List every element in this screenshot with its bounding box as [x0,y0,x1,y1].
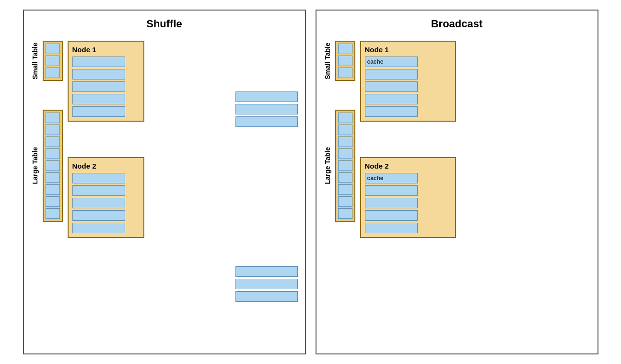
bc-small-table-group: Small Table [324,41,355,81]
node-row [72,94,125,104]
output-row [235,279,298,289]
shuffle-title: Shuffle [31,18,298,30]
shuffle-node2-rows [72,173,140,233]
shuffle-node2-title: Node 2 [72,162,140,170]
table-row [338,196,352,207]
table-row [46,208,60,219]
table-row [338,136,352,147]
bc-node2-title: Node 2 [365,162,451,170]
node-row [72,210,125,221]
node-row [365,81,418,92]
bc-node2-rows: cache [365,173,451,233]
cache-item-node1: cache [365,57,418,67]
table-row [46,196,60,207]
table-row [46,56,60,66]
node-row [72,198,125,208]
small-table-group: Small Table [31,41,63,81]
table-row [338,125,352,135]
bc-node1-title: Node 1 [365,46,451,54]
shuffle-diagram: Shuffle Small Table Large Table [23,10,306,354]
cache-item-node2: cache [365,173,418,183]
node-row [365,210,418,221]
node-row [72,57,125,67]
table-row [338,148,352,159]
table-row [338,44,352,54]
table-row [46,148,60,159]
node-row [365,106,418,117]
node-row [365,198,418,208]
table-row [46,172,60,183]
table-row [338,56,352,66]
node-row [72,106,125,117]
table-row [338,208,352,219]
table-row [46,184,60,195]
output-group-2 [235,266,298,302]
table-row [46,44,60,54]
output-row [235,91,298,102]
node-row [365,185,418,196]
bc-large-table-group: Large Table [324,110,355,222]
table-row [46,113,60,123]
table-row [338,184,352,195]
output-row [235,104,298,114]
node-row [365,223,418,233]
large-table-stack [43,110,63,222]
node-row [72,173,125,183]
bc-large-table-label: Large Table [324,147,331,184]
bc-small-table-label: Small Table [324,43,331,80]
node-row [72,69,125,80]
large-table-group: Large Table [31,110,63,222]
output-group-1 [235,91,298,127]
node-row [365,94,418,104]
broadcast-title: Broadcast [324,18,590,30]
small-table-stack [43,41,63,81]
table-row [46,136,60,147]
bc-large-table-stack [335,110,355,222]
output-row [235,291,298,302]
table-row [46,160,60,171]
broadcast-diagram: Broadcast Small Table Large Table [316,10,598,354]
table-row [338,160,352,171]
shuffle-node1-rows [72,57,140,117]
large-table-label: Large Table [31,147,39,184]
bc-node2: Node 2 cache [360,157,456,238]
table-row [338,172,352,183]
node-row [365,69,418,80]
shuffle-node1-title: Node 1 [72,46,140,54]
bc-node1: Node 1 cache [360,41,456,122]
shuffle-node1: Node 1 [68,41,144,122]
node-row [72,223,125,233]
output-row [235,266,298,277]
small-table-label: Small Table [31,43,39,80]
shuffle-node2: Node 2 [68,157,144,238]
bc-node1-rows: cache [365,57,451,117]
node-row [72,185,125,196]
table-row [46,68,60,78]
output-row [235,116,298,127]
table-row [338,113,352,123]
bc-small-table-stack [335,41,355,81]
table-row [338,68,352,78]
node-row [72,81,125,92]
table-row [46,125,60,135]
